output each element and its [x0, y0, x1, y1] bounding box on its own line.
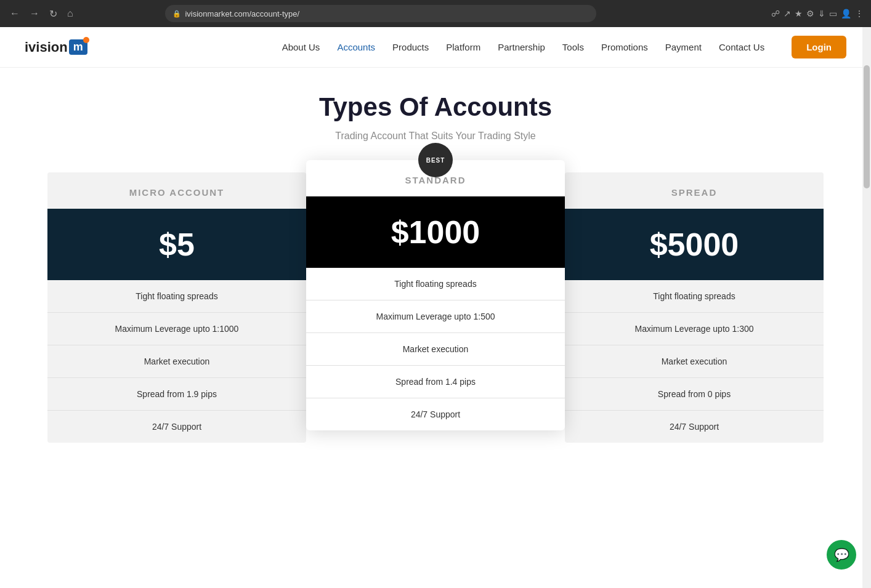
- standard-price: $1000: [318, 214, 553, 251]
- standard-feature-4: Spread from 1.4 pips: [306, 366, 565, 398]
- nav-platform[interactable]: Platform: [446, 42, 480, 52]
- standard-price-box: $1000: [306, 196, 565, 268]
- profile-icon[interactable]: 👤: [841, 9, 851, 18]
- tab-icon[interactable]: ▭: [829, 9, 837, 18]
- standard-feature-2: Maximum Leverage upto 1:500: [306, 300, 565, 333]
- standard-feature-3: Market execution: [306, 333, 565, 366]
- spread-feature-4: Spread from 0 pips: [565, 378, 824, 411]
- spread-feature-3: Market execution: [565, 345, 824, 378]
- spread-card-name: SPREAD: [577, 187, 811, 198]
- share-icon[interactable]: ↗: [784, 9, 791, 18]
- nav-products[interactable]: Products: [392, 42, 429, 52]
- logo[interactable]: ivision m: [25, 39, 87, 55]
- extensions-icon[interactable]: ⚙: [806, 9, 814, 18]
- forward-button[interactable]: →: [27, 6, 42, 22]
- navbar: ivision m About Us Accounts Products Pla…: [0, 27, 871, 68]
- url-text: ivisionmarket.com/account-type/: [185, 9, 299, 18]
- scrollbar-thumb[interactable]: [864, 65, 870, 188]
- logo-text: ivision: [25, 39, 68, 55]
- micro-features: Tight floating spreads Maximum Leverage …: [47, 280, 306, 443]
- spread-feature-5: 24/7 Support: [565, 411, 824, 443]
- nav-links: About Us Accounts Products Platform Part…: [282, 36, 846, 58]
- nav-about[interactable]: About Us: [282, 42, 320, 52]
- cards-container: MICRO ACCOUNT $5 Tight floating spreads …: [35, 172, 836, 443]
- logo-m-letter: m: [73, 41, 83, 53]
- login-button[interactable]: Login: [792, 36, 846, 58]
- nav-payment[interactable]: Payment: [665, 42, 702, 52]
- home-button[interactable]: ⌂: [65, 6, 76, 22]
- browser-chrome: ← → ↻ ⌂ 🔒 ivisionmarket.com/account-type…: [0, 0, 871, 27]
- spread-price: $5000: [577, 226, 811, 263]
- standard-feature-1: Tight floating spreads: [306, 268, 565, 300]
- spread-feature-2: Maximum Leverage upto 1:300: [565, 313, 824, 345]
- back-button[interactable]: ←: [7, 6, 22, 22]
- page-subtitle: Trading Account That Suits Your Trading …: [12, 131, 859, 142]
- main-content: Types Of Accounts Trading Account That S…: [0, 68, 871, 480]
- spread-account-card: SPREAD $5000 Tight floating spreads Maxi…: [565, 172, 824, 443]
- refresh-button[interactable]: ↻: [47, 6, 60, 22]
- spread-price-box: $5000: [565, 209, 824, 280]
- menu-icon[interactable]: ⋮: [855, 9, 864, 18]
- micro-card-name: MICRO ACCOUNT: [60, 187, 294, 198]
- standard-features: Tight floating spreads Maximum Leverage …: [306, 268, 565, 430]
- download-icon[interactable]: ⇓: [818, 9, 825, 18]
- logo-m-box: m: [69, 39, 87, 55]
- nav-partnership[interactable]: Partnership: [498, 42, 545, 52]
- standard-feature-5: 24/7 Support: [306, 398, 565, 430]
- nav-tools[interactable]: Tools: [562, 42, 584, 52]
- lock-icon: 🔒: [172, 10, 181, 18]
- micro-feature-2: Maximum Leverage upto 1:1000: [47, 313, 306, 345]
- nav-accounts[interactable]: Accounts: [337, 42, 375, 52]
- spread-feature-1: Tight floating spreads: [565, 280, 824, 313]
- address-bar[interactable]: 🔒 ivisionmarket.com/account-type/: [165, 5, 596, 22]
- page-title: Types Of Accounts: [12, 92, 859, 122]
- translate-icon[interactable]: ☍: [771, 9, 780, 18]
- micro-feature-3: Market execution: [47, 345, 306, 378]
- bookmark-icon[interactable]: ★: [795, 9, 803, 18]
- micro-price: $5: [60, 226, 294, 263]
- spread-features: Tight floating spreads Maximum Leverage …: [565, 280, 824, 443]
- best-badge: BEST: [418, 143, 453, 177]
- standard-account-card: BEST STANDARD $1000 Tight floating sprea…: [306, 160, 565, 430]
- nav-promotions[interactable]: Promotions: [601, 42, 648, 52]
- micro-feature-4: Spread from 1.9 pips: [47, 378, 306, 411]
- micro-card-header: MICRO ACCOUNT: [47, 172, 306, 209]
- spread-card-header: SPREAD: [565, 172, 824, 209]
- micro-feature-5: 24/7 Support: [47, 411, 306, 443]
- micro-price-box: $5: [47, 209, 306, 280]
- browser-actions: ☍ ↗ ★ ⚙ ⇓ ▭ 👤 ⋮: [771, 9, 864, 18]
- nav-contact[interactable]: Contact Us: [719, 42, 764, 52]
- scrollbar[interactable]: [862, 27, 871, 480]
- micro-feature-1: Tight floating spreads: [47, 280, 306, 313]
- micro-account-card: MICRO ACCOUNT $5 Tight floating spreads …: [47, 172, 306, 443]
- logo-dot: [83, 37, 89, 43]
